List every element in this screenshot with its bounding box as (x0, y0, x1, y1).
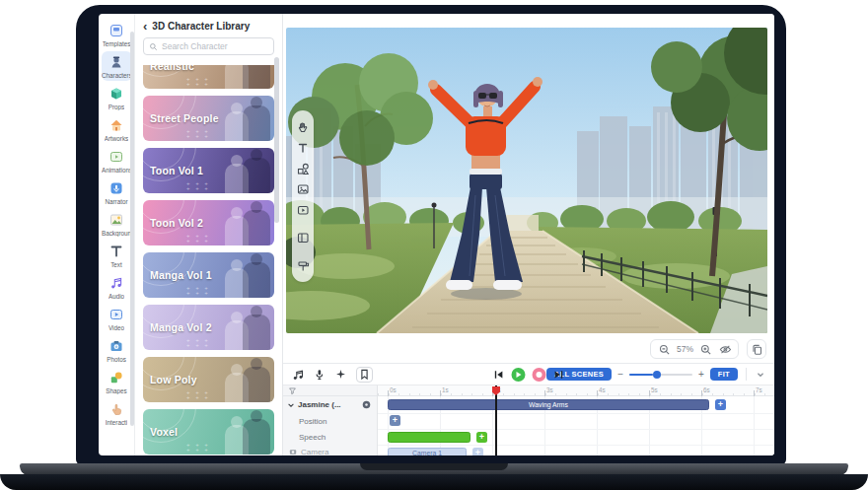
category-figure (243, 210, 270, 245)
search-box[interactable] (143, 37, 274, 55)
sidebar-item-background[interactable]: Background (102, 209, 132, 239)
clip-camera[interactable]: Camera 1 (388, 448, 467, 455)
play-button[interactable] (512, 368, 526, 382)
add-position-keyframe-button[interactable]: + (390, 415, 400, 426)
sidebar-item-label: Video (108, 324, 124, 331)
layout-tool[interactable] (295, 230, 311, 245)
add-speech-button[interactable]: + (476, 432, 487, 443)
track-label: Camera (301, 448, 328, 455)
timeline-ruler[interactable]: 0s1s2s3s4s5s6s7s (378, 385, 774, 396)
timeline-filter[interactable] (283, 385, 377, 396)
sidebar-item-text[interactable]: Text (102, 241, 132, 270)
sidebar-item-animations[interactable]: Animations (102, 146, 132, 175)
timeline: Jasmine (... Position Speech Camera 0s1s… (283, 385, 774, 455)
decor-plus-dots (186, 338, 210, 348)
category-figure (243, 105, 270, 141)
timeline-tracks-area[interactable]: 0s1s2s3s4s5s6s7s Waving Arms + + + Camer… (378, 385, 774, 455)
bookmark-button[interactable] (356, 367, 373, 383)
category-name: Voxel (150, 426, 178, 438)
effects-sparkle-icon[interactable] (334, 368, 347, 381)
zoom-timeline-out[interactable]: − (617, 370, 623, 380)
add-animation-button[interactable]: + (715, 399, 726, 410)
page: Templates Characters Props Artworks Anim… (0, 0, 868, 490)
category-figure (243, 367, 270, 402)
character-category-card[interactable]: Toon Vol 2 (143, 200, 274, 245)
clip-waving-arms[interactable]: Waving Arms (388, 399, 709, 410)
sidebar-item-label: Photos (107, 356, 126, 363)
sidebar-item-interacti[interactable]: Interacti (102, 398, 132, 428)
decor-plus-dots (186, 286, 210, 296)
search-input[interactable] (162, 41, 268, 51)
slider-knob[interactable] (653, 371, 661, 379)
skip-start-icon[interactable] (493, 369, 505, 381)
microphone-icon[interactable] (313, 368, 326, 381)
clip-label: Camera 1 (412, 450, 442, 455)
video-icon (108, 307, 124, 322)
decor-plus-dots (186, 129, 210, 139)
viewport-scene[interactable] (286, 28, 767, 333)
category-name: Realistic (150, 65, 194, 72)
clip-speech[interactable] (388, 432, 470, 443)
sidebar-item-shapes[interactable]: Shapes (102, 367, 132, 396)
pan-tool[interactable] (295, 119, 311, 135)
character-category-card[interactable]: Manga Vol 1 (143, 252, 274, 298)
character-category-card[interactable]: Voxel (143, 409, 274, 455)
track-header-camera[interactable]: Camera (283, 445, 377, 455)
toolbar-left-icons (291, 367, 373, 383)
nav-sidebar: Templates Characters Props Artworks Anim… (99, 14, 135, 455)
timeline-zoom-slider[interactable] (629, 374, 692, 376)
hide-ui-eye-icon[interactable] (718, 343, 731, 356)
paint-roller-tool[interactable] (295, 258, 311, 274)
duplicate-view-button[interactable] (747, 339, 766, 359)
record-button[interactable] (533, 368, 546, 382)
sidebar-item-characters[interactable]: Characters (102, 51, 132, 81)
sidebar-item-templates[interactable]: Templates (102, 20, 132, 49)
sidebar-item-label: Text (110, 261, 122, 268)
fit-button[interactable]: FIT (710, 368, 738, 382)
track-label: Position (299, 417, 326, 426)
zoom-timeline-in[interactable]: + (698, 370, 704, 380)
add-camera-button[interactable]: + (472, 448, 483, 455)
decor-plus-dots (186, 77, 210, 87)
character-category-list: Realistic Street People Toon Vol 1 Toon … (135, 65, 282, 455)
character-category-card[interactable]: Toon Vol 1 (143, 148, 274, 193)
text-tool[interactable] (295, 140, 311, 156)
shapes-tool[interactable] (295, 161, 311, 176)
decor-plus-dots (186, 390, 210, 400)
sidebar-item-photos[interactable]: Photos (102, 335, 132, 365)
zoom-out-icon[interactable] (658, 343, 671, 356)
camera-icon (289, 448, 298, 455)
panel-scrollbar[interactable] (274, 57, 279, 223)
laptop-notch (360, 463, 508, 470)
templates-icon (108, 23, 124, 38)
zoom-in-icon[interactable] (699, 343, 712, 356)
chevron-down-icon (287, 401, 295, 409)
sidebar-item-video[interactable]: Video (102, 304, 132, 333)
music-track-icon[interactable] (291, 368, 304, 381)
character-category-card[interactable]: Low Poly (143, 357, 274, 402)
sidebar-scrollbar[interactable] (130, 32, 134, 426)
character-library-panel: ‹ 3D Character Library Realistic Street … (135, 14, 283, 455)
character-category-card[interactable]: Manga Vol 2 (143, 305, 274, 350)
sidebar-item-audio[interactable]: Audio (102, 272, 132, 302)
track-focus-icon[interactable] (362, 400, 371, 409)
category-figure (243, 262, 270, 298)
playhead[interactable] (495, 385, 497, 455)
ruler-tick-label: 1s (442, 386, 449, 393)
character-category-card[interactable]: Realistic (143, 65, 274, 89)
sidebar-item-narrator[interactable]: Narrator (102, 177, 132, 207)
category-figure (243, 65, 270, 89)
skip-end-icon[interactable] (553, 369, 565, 381)
character-category-card[interactable]: Street People (143, 96, 274, 141)
sidebar-item-props[interactable]: Props (102, 83, 132, 112)
sidebar-item-label: Shapes (106, 387, 126, 394)
sidebar-item-label: Animations (102, 167, 131, 174)
video-tool[interactable] (295, 202, 311, 218)
track-header-character[interactable]: Jasmine (... (283, 396, 377, 413)
image-tool[interactable] (295, 181, 311, 197)
track-header-position[interactable]: Position (283, 413, 377, 429)
sidebar-item-artworks[interactable]: Artworks (102, 114, 132, 144)
back-chevron-icon[interactable]: ‹ (143, 22, 147, 32)
track-header-speech[interactable]: Speech (283, 429, 377, 445)
collapse-timeline-icon[interactable] (755, 369, 766, 381)
